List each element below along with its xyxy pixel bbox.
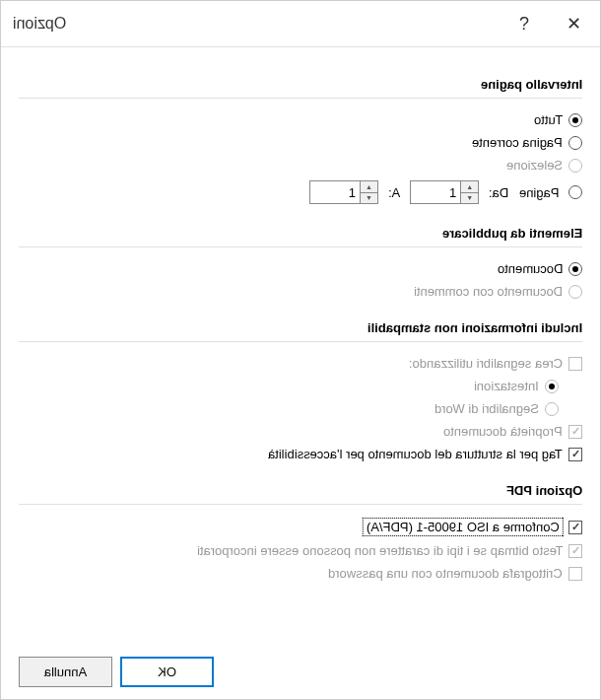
radio-headings <box>545 380 559 393</box>
section-page-range: Intervallo pagine <box>481 77 582 92</box>
checkbox-create-bookmarks <box>568 357 582 371</box>
radio-word-bookmarks <box>545 402 559 416</box>
radio-current-page[interactable] <box>568 136 582 150</box>
label-encrypt: Crittografa documento con una password <box>328 566 563 581</box>
checkbox-doc-properties <box>568 425 582 439</box>
radio-with-comments <box>568 285 582 299</box>
section-nonprint: Includi informazioni non stampabili <box>367 320 582 335</box>
label-document: Documento <box>498 261 563 276</box>
radio-selection <box>568 159 582 173</box>
spinner-from-up[interactable]: ▲ <box>461 181 478 193</box>
cancel-button[interactable]: Annulla <box>19 657 112 687</box>
spinner-to-up[interactable]: ▲ <box>361 181 377 193</box>
checkbox-iso-conform[interactable] <box>568 521 582 534</box>
input-to[interactable] <box>310 181 360 203</box>
titlebar: Opzioni ? ✕ <box>1 1 600 47</box>
label-headings: Intestazioni <box>474 379 539 393</box>
input-from[interactable] <box>411 181 460 203</box>
checkbox-encrypt <box>568 567 582 581</box>
label-word-bookmarks: Segnalibri di Word <box>434 401 539 416</box>
label-to: A: <box>388 185 400 200</box>
label-accessibility-tags: Tag per la struttura del documento per l… <box>268 447 563 461</box>
radio-pages[interactable] <box>568 185 582 199</box>
section-pdf-options: Opzioni PDF <box>506 483 582 498</box>
label-doc-properties: Proprietà documento <box>443 424 563 439</box>
label-current-page: Pagina corrente <box>472 135 563 150</box>
spinner-from[interactable]: ▲ ▼ <box>410 180 479 204</box>
spinner-from-down[interactable]: ▼ <box>461 193 478 204</box>
spinner-to[interactable]: ▲ ▼ <box>309 180 378 204</box>
label-bitmap-text: Testo bitmap se i tipi di carattere non … <box>197 543 563 558</box>
label-selection: Selezione <box>506 158 563 173</box>
ok-button[interactable]: OK <box>120 657 214 687</box>
checkbox-accessibility-tags[interactable] <box>568 448 582 461</box>
label-from: Da: <box>489 185 508 200</box>
label-all: Tutto <box>534 112 563 127</box>
options-dialog: Opzioni ? ✕ Intervallo pagine Tutto Pagi… <box>0 0 601 700</box>
label-iso-conform: Conforme a ISO 19005-1 (PDF/A) <box>364 519 563 535</box>
label-create-bookmarks: Crea segnalibri utilizzando: <box>409 356 563 371</box>
spinner-to-down[interactable]: ▼ <box>361 193 377 204</box>
checkbox-bitmap-text <box>568 544 582 558</box>
dialog-footer: Annulla OK <box>1 645 600 699</box>
section-publish: Elementi da pubblicare <box>442 226 582 241</box>
label-with-comments: Documento con commenti <box>414 284 563 299</box>
dialog-title: Opzioni <box>13 15 66 33</box>
label-pages: Pagine <box>519 185 559 200</box>
close-icon[interactable]: ✕ <box>559 9 588 38</box>
radio-all[interactable] <box>568 113 582 127</box>
help-icon[interactable]: ? <box>509 9 539 38</box>
radio-document[interactable] <box>568 262 582 276</box>
